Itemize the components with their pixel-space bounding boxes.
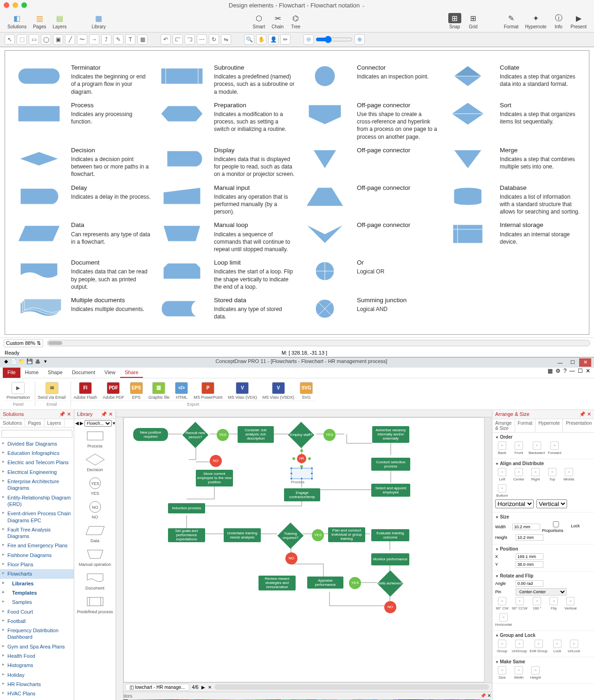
pen-tool[interactable]: ✏ xyxy=(280,34,291,45)
new-button[interactable]: 📄 xyxy=(11,358,17,365)
node-plan-training[interactable]: Plan and conduct individual or group tra… xyxy=(328,527,365,542)
node-recruit[interactable]: Recruit new person? xyxy=(182,421,209,448)
tab-view[interactable]: View xyxy=(100,368,120,378)
lib-shape[interactable]: Predefined process xyxy=(76,595,114,614)
text-tool[interactable]: T xyxy=(125,34,136,45)
maximize-button[interactable]: ☐ xyxy=(567,358,579,367)
arrange-btn[interactable]: ▫Front xyxy=(512,441,526,455)
lib-shape[interactable]: Manual operation xyxy=(76,548,114,567)
arrange-btn[interactable]: ▫Middle xyxy=(562,468,576,481)
lib-shape[interactable]: Process xyxy=(76,429,114,448)
solution-item[interactable]: Entity-Relationship Diagram (ERD) xyxy=(0,493,74,509)
arrange-tab[interactable]: Arrange & Size xyxy=(492,419,515,432)
hr-circle[interactable]: HR xyxy=(293,450,310,467)
solution-item[interactable]: Floor Plans xyxy=(0,560,74,569)
angle-input[interactable] xyxy=(516,580,543,587)
solution-item[interactable]: Food Court xyxy=(0,607,74,616)
lib-dropdown[interactable]: Flowch... xyxy=(84,420,112,427)
flip-button[interactable]: ⇋ xyxy=(221,34,231,45)
arrange-btn[interactable]: ▫Width xyxy=(512,666,526,680)
arrange-btn[interactable]: ▫UnLock xyxy=(567,640,581,653)
solution-item[interactable]: Education Infographics xyxy=(0,448,74,458)
node-no2[interactable]: NO xyxy=(285,552,297,564)
solutions-list[interactable]: Divided Bar DiagramsEducation Infographi… xyxy=(0,439,74,700)
graphic-export[interactable]: 🖼Graphic file xyxy=(146,381,173,401)
solution-item[interactable]: Histograms xyxy=(0,661,74,670)
node-no1[interactable]: NO xyxy=(210,455,222,467)
solution-sub[interactable]: Libraries xyxy=(0,579,74,588)
selected-process[interactable] xyxy=(291,468,312,479)
zoom-in-button[interactable]: ⊕ xyxy=(355,34,365,45)
ppt-export[interactable]: PMS PowerPoint xyxy=(191,381,225,401)
hypernote-button[interactable]: ✦Hypernote xyxy=(522,12,549,30)
colors-pin[interactable]: 📌 ✕ xyxy=(480,693,491,699)
draw-tool[interactable]: ✎ xyxy=(113,34,123,45)
diagram-canvas[interactable]: New position required Recruit new person… xyxy=(123,417,484,682)
arrange-btn[interactable]: ▫Group xyxy=(495,640,509,653)
solution-item[interactable]: Electric and Telecom Plans xyxy=(0,458,74,467)
zoom-tool[interactable]: 🔍 xyxy=(244,34,254,45)
select-tool[interactable]: ↖ xyxy=(5,34,15,45)
node-yes4[interactable]: YES xyxy=(349,577,361,589)
y-input[interactable] xyxy=(516,561,543,568)
arrange-btn[interactable]: ▫Forward xyxy=(548,441,562,455)
tab-share[interactable]: Share xyxy=(120,368,143,378)
chain-button[interactable]: ⫘Chain xyxy=(269,12,286,30)
tab-document[interactable]: Document xyxy=(67,368,100,378)
arrange-btn[interactable]: ▫Back xyxy=(495,441,509,455)
tab-home[interactable]: Home xyxy=(20,368,43,378)
node-appraise[interactable]: Appraise performance xyxy=(307,577,343,589)
element-10[interactable]: Off-page connector xyxy=(299,146,438,178)
element-24[interactable]: Multiple documentsIndicates multiple doc… xyxy=(13,296,152,321)
line-tool[interactable]: ╱ xyxy=(65,34,75,45)
open-button[interactable]: 📁 xyxy=(19,358,25,365)
shape-tool[interactable]: ▣ xyxy=(53,34,63,45)
arrange-btn[interactable]: ▫Vertical xyxy=(563,597,577,610)
node-yes2[interactable]: YES xyxy=(323,429,336,441)
element-2[interactable]: ConnectorIndicates an inspection point. xyxy=(299,64,438,96)
element-22[interactable]: OrLogical OR xyxy=(299,259,438,291)
zoom-slider[interactable] xyxy=(316,36,353,43)
hand-tool[interactable]: ✋ xyxy=(256,34,266,45)
zoom-out-button[interactable]: ⊖ xyxy=(303,34,314,45)
solution-item[interactable]: Gym and Spa Area Plans xyxy=(0,642,74,651)
height-input[interactable] xyxy=(516,534,543,541)
flash-export[interactable]: FlAdobe Flash xyxy=(71,381,100,401)
element-9[interactable]: DisplayIndicates data that is displayed … xyxy=(156,146,295,178)
arrange-btn[interactable]: ▫Height xyxy=(529,666,542,680)
element-20[interactable]: DocumentIndicates data that can be read … xyxy=(13,259,152,291)
library-button[interactable]: ▦Library xyxy=(89,12,109,30)
send-email-button[interactable]: ✉Send via Email xyxy=(35,381,69,401)
format-button[interactable]: ✎Format xyxy=(501,12,522,30)
presentation-button[interactable]: ▶Presentation xyxy=(4,381,33,401)
arrange-btn[interactable]: ▫Flip xyxy=(547,597,561,610)
element-3[interactable]: CollateIndicates a step that organizes d… xyxy=(442,64,581,96)
element-11[interactable]: MergeIndicates a step that combines mult… xyxy=(442,146,581,178)
node-select[interactable]: Select and appoint employee xyxy=(371,484,410,497)
collapse-ribbon[interactable]: — xyxy=(569,368,575,374)
node-new-position[interactable]: New position required xyxy=(133,428,168,441)
ellipse-tool[interactable]: ◯ xyxy=(41,34,51,45)
solution-item[interactable]: HVAC Plans xyxy=(0,689,74,698)
arrange-btn[interactable]: ▫Center xyxy=(512,468,526,481)
element-15[interactable]: DatabaseIndicates a list of information … xyxy=(442,184,581,216)
pin-select[interactable]: Center-Center xyxy=(516,588,567,596)
solution-item[interactable]: Fault Tree Analysis Diagrams xyxy=(0,525,74,541)
pages-tab[interactable]: Pages xyxy=(25,419,44,427)
smart-button[interactable]: ⬡Smart xyxy=(250,12,268,30)
curve-tool[interactable]: 〜 xyxy=(77,34,87,45)
zoom-select[interactable]: Custom 88% ⇅ xyxy=(4,339,43,347)
element-12[interactable]: DelayIndicates a delay in the process. xyxy=(13,184,152,216)
rotate-button[interactable]: ↻ xyxy=(209,34,219,45)
solution-item[interactable]: Fishbone Diagrams xyxy=(0,551,74,560)
undo-button[interactable]: ↶ xyxy=(161,34,171,45)
element-25[interactable]: Stored dataIndicates any type of stored … xyxy=(156,296,295,321)
svg-export[interactable]: SVGSVG xyxy=(297,381,316,401)
help-icon[interactable]: ▦ xyxy=(548,368,553,374)
lib-shape[interactable]: Decision xyxy=(76,453,114,472)
element-16[interactable]: DataCan represents any type of data in a… xyxy=(13,221,152,253)
lib-shape[interactable]: Data xyxy=(76,524,114,543)
node-yes1[interactable]: YES xyxy=(217,429,229,441)
lib-shape[interactable]: YESYES xyxy=(76,477,114,496)
panel-controls[interactable]: 📌 ✕ xyxy=(59,411,71,417)
